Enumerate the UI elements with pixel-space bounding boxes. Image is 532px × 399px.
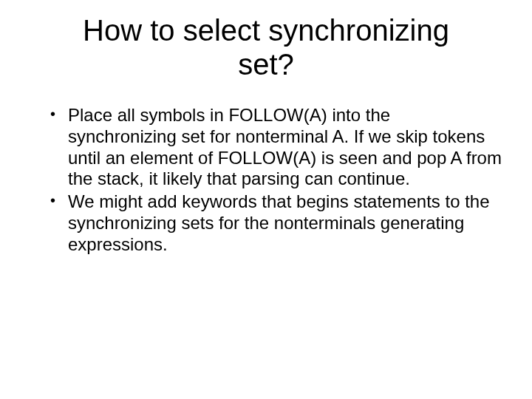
slide-title: How to select synchronizing set? <box>30 13 502 81</box>
list-item: Place all symbols in FOLLOW(A) into the … <box>50 105 502 190</box>
list-item: We might add keywords that begins statem… <box>50 191 502 255</box>
bullet-list: Place all symbols in FOLLOW(A) into the … <box>30 105 502 256</box>
